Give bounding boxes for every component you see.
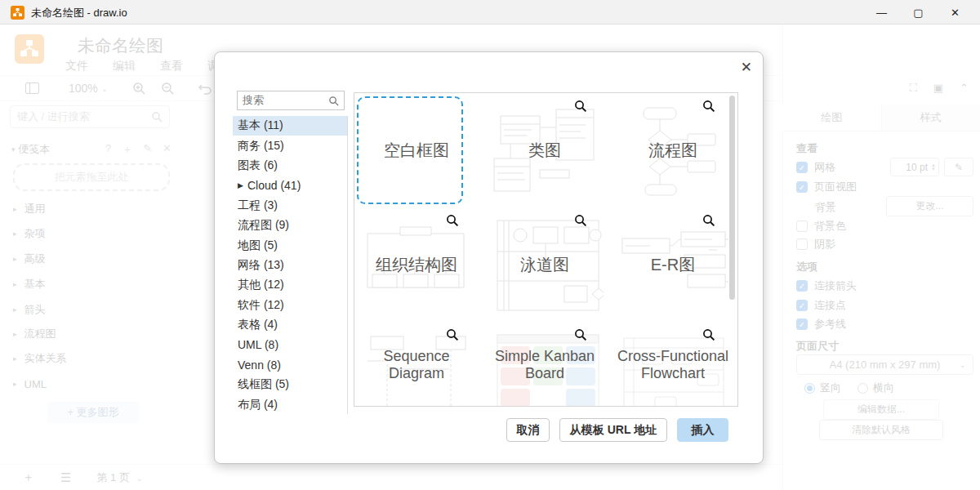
window-title: 未命名绘图 - draw.io: [31, 6, 127, 20]
preview-magnifier-icon[interactable]: [702, 214, 715, 227]
search-icon: [328, 96, 339, 106]
category-basic[interactable]: 基本 (11): [233, 116, 347, 136]
category-list: 基本 (11) 商务 (15) 图表 (6) ▶Cloud (41) 工程 (3…: [233, 116, 348, 414]
template-sequence-diagram[interactable]: Sequence Diagram: [354, 322, 479, 407]
minimize-button[interactable]: —: [863, 0, 900, 24]
template-org-chart[interactable]: 组织结构图: [354, 207, 479, 322]
template-grid: 空白框图 类图 流程图 组织结构图: [354, 92, 738, 407]
preview-magnifier-icon[interactable]: [574, 328, 587, 341]
insert-button[interactable]: 插入: [677, 418, 728, 442]
preview-magnifier-icon[interactable]: [574, 100, 587, 113]
template-flowchart[interactable]: 流程图: [611, 93, 735, 207]
window-controls: — ▢ ✕: [863, 0, 973, 24]
template-class-diagram[interactable]: 类图: [483, 93, 607, 207]
preview-magnifier-icon[interactable]: [574, 214, 587, 227]
category-network[interactable]: 网络 (13): [233, 256, 347, 275]
category-software[interactable]: 软件 (12): [233, 296, 347, 315]
dialog-close-icon[interactable]: ✕: [741, 59, 752, 76]
template-dialog: ✕ 搜索 基本 (11) 商务 (15) 图表 (6) ▶Cloud (41) …: [214, 51, 764, 464]
maximize-button[interactable]: ▢: [900, 0, 937, 24]
preview-magnifier-icon[interactable]: [446, 214, 459, 227]
template-blank-diagram[interactable]: 空白框图: [354, 93, 479, 207]
template-cross-functional-flowchart[interactable]: Cross-Functional Flowchart: [611, 322, 735, 407]
category-other[interactable]: 其他 (12): [233, 275, 347, 295]
expand-arrow-icon: ▶: [238, 181, 243, 189]
category-flowcharts[interactable]: 流程图 (9): [233, 216, 347, 235]
category-maps[interactable]: 地图 (5): [233, 235, 347, 255]
template-search-placeholder: 搜索: [243, 93, 328, 108]
preview-magnifier-icon[interactable]: [702, 100, 715, 113]
drawio-titlebar-icon: [11, 6, 24, 20]
category-venn[interactable]: Venn (8): [233, 355, 347, 375]
from-template-url-button[interactable]: 从模板 URL 地址: [559, 418, 667, 442]
template-scrollbar[interactable]: [729, 96, 735, 300]
category-wireframes[interactable]: 线框图 (5): [233, 375, 347, 394]
window-titlebar: 未命名绘图 - draw.io — ▢ ✕: [0, 0, 980, 24]
template-search-input[interactable]: 搜索: [237, 91, 345, 110]
preview-magnifier-icon[interactable]: [446, 328, 459, 341]
preview-magnifier-icon[interactable]: [702, 328, 715, 341]
category-uml[interactable]: UML (8): [233, 335, 347, 354]
template-swimlane[interactable]: 泳道图: [483, 207, 607, 322]
category-layouts[interactable]: 布局 (4): [233, 394, 347, 414]
category-cloud[interactable]: ▶Cloud (41): [233, 176, 347, 195]
cancel-button[interactable]: 取消: [506, 418, 550, 442]
template-er-diagram[interactable]: E-R图: [611, 207, 735, 322]
category-charts[interactable]: 图表 (6): [233, 156, 347, 176]
category-business[interactable]: 商务 (15): [233, 136, 347, 155]
close-window-button[interactable]: ✕: [937, 0, 973, 24]
category-engineering[interactable]: 工程 (3): [233, 196, 347, 216]
template-simple-kanban-board[interactable]: Simple Kanban Board: [483, 322, 607, 407]
category-tables[interactable]: 表格 (4): [233, 315, 347, 335]
